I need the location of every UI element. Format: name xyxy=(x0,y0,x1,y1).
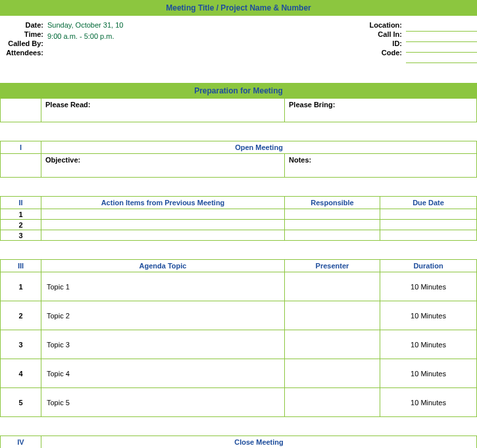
table-row: 2 xyxy=(1,220,477,230)
label-id: ID: xyxy=(370,39,403,47)
action-resp xyxy=(285,220,380,230)
prep-header: Preparation for Meeting xyxy=(1,84,477,99)
open-objective-label: Objective: xyxy=(41,154,285,178)
agenda-table: III Agenda Topic Presenter Duration 1Top… xyxy=(0,259,477,417)
row-num: 4 xyxy=(1,359,41,388)
actions-col1: Action Items from Previous Meeting xyxy=(41,197,285,209)
prep-num xyxy=(1,99,41,122)
agenda-col3: Duration xyxy=(380,260,477,272)
action-due xyxy=(380,209,477,220)
title-header: Meeting Title / Project Name & Number xyxy=(0,0,477,16)
table-row: 3Topic 310 Minutes xyxy=(1,330,477,359)
agenda-topic: Topic 4 xyxy=(41,359,285,388)
value-attendees xyxy=(47,55,123,64)
row-num: 3 xyxy=(1,230,41,241)
meta-right-labels: Location: Call In: ID: Code: xyxy=(370,21,403,64)
agenda-col2: Presenter xyxy=(285,260,380,272)
agenda-presenter xyxy=(285,359,380,388)
agenda-duration: 10 Minutes xyxy=(380,330,477,359)
agenda-duration: 10 Minutes xyxy=(380,272,477,301)
line-call-in xyxy=(406,32,477,42)
label-called-by: Called By: xyxy=(0,39,46,47)
row-num: 2 xyxy=(1,301,41,330)
open-notes-label: Notes: xyxy=(285,154,477,178)
row-num: 3 xyxy=(1,330,41,359)
agenda-col1: Agenda Topic xyxy=(41,260,285,272)
open-roman: I xyxy=(1,141,41,154)
action-resp xyxy=(285,230,380,241)
label-attendees: Attendees: xyxy=(0,49,46,57)
line-location xyxy=(406,21,477,32)
table-row: 3 xyxy=(1,230,477,241)
action-due xyxy=(380,220,477,230)
action-item xyxy=(41,209,285,220)
action-item xyxy=(41,230,285,241)
label-time: Time: xyxy=(0,30,46,38)
label-location: Location: xyxy=(370,21,403,29)
table-row: 4Topic 410 Minutes xyxy=(1,359,477,388)
close-table: IV Close Meeting xyxy=(0,436,477,448)
agenda-duration: 10 Minutes xyxy=(380,301,477,330)
agenda-presenter xyxy=(285,272,380,301)
action-resp xyxy=(285,209,380,220)
label-code: Code: xyxy=(370,49,403,57)
value-time: 9:00 a.m. - 5:00 p.m. xyxy=(47,32,123,42)
agenda-roman: III xyxy=(1,260,41,272)
open-num xyxy=(1,154,41,178)
meta-left-labels: Date: Time: Called By: Attendees: xyxy=(0,21,46,64)
agenda-topic: Topic 1 xyxy=(41,272,285,301)
table-row: 1 xyxy=(1,209,477,220)
row-num: 2 xyxy=(1,220,41,230)
table-row: 2Topic 210 Minutes xyxy=(1,301,477,330)
agenda-topic: Topic 5 xyxy=(41,388,285,417)
agenda-presenter xyxy=(285,388,380,417)
actions-roman: II xyxy=(1,197,41,209)
agenda-duration: 10 Minutes xyxy=(380,359,477,388)
agenda-topic: Topic 3 xyxy=(41,330,285,359)
row-num: 1 xyxy=(1,209,41,220)
prep-read-label: Please Read: xyxy=(41,99,285,122)
line-code xyxy=(406,53,477,63)
agenda-presenter xyxy=(285,301,380,330)
actions-col3: Due Date xyxy=(380,197,477,209)
label-date: Date: xyxy=(0,21,46,29)
agenda-topic: Topic 2 xyxy=(41,301,285,330)
line-id xyxy=(406,42,477,53)
meta-right-lines xyxy=(406,21,477,64)
close-roman: IV xyxy=(1,436,41,449)
meta-left-values: Sunday, October 31, 10 9:00 a.m. - 5:00 … xyxy=(46,21,123,64)
prep-table: Preparation for Meeting Please Read: Ple… xyxy=(0,83,477,122)
table-row: 1Topic 110 Minutes xyxy=(1,272,477,301)
actions-table: II Action Items from Previous Meeting Re… xyxy=(0,196,477,241)
table-row: 5Topic 510 Minutes xyxy=(1,388,477,417)
agenda-presenter xyxy=(285,330,380,359)
meta-left: Date: Time: Called By: Attendees: Sunday… xyxy=(0,21,123,64)
label-call-in: Call In: xyxy=(370,30,403,38)
meta-section: Date: Time: Called By: Attendees: Sunday… xyxy=(0,16,477,70)
open-header: Open Meeting xyxy=(41,141,477,154)
row-num: 1 xyxy=(1,272,41,301)
actions-col2: Responsible xyxy=(285,197,380,209)
value-called-by xyxy=(47,43,123,53)
prep-bring-label: Please Bring: xyxy=(285,99,477,122)
open-table: I Open Meeting Objective: Notes: xyxy=(0,141,477,178)
agenda-duration: 10 Minutes xyxy=(380,388,477,417)
row-num: 5 xyxy=(1,388,41,417)
action-item xyxy=(41,220,285,230)
close-header: Close Meeting xyxy=(41,436,477,449)
value-date: Sunday, October 31, 10 xyxy=(47,21,123,31)
action-due xyxy=(380,230,477,241)
